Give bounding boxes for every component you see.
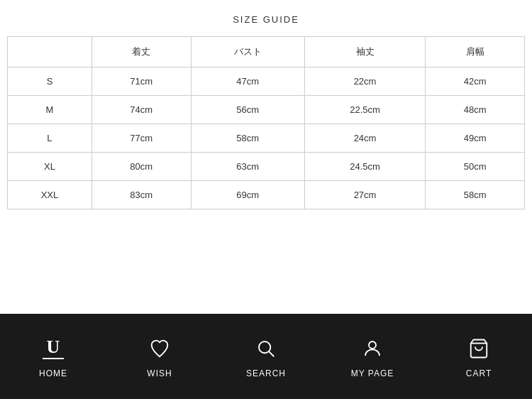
cell-col2: 69cm bbox=[191, 181, 304, 209]
svg-point-2 bbox=[369, 341, 376, 349]
cell-size: XXL bbox=[8, 181, 92, 209]
cell-col2: 56cm bbox=[191, 96, 304, 124]
size-table: 着丈 バスト 袖丈 肩幅 S 71cm 47cm 22cm 42cm M 74c… bbox=[7, 36, 525, 209]
cell-size: M bbox=[8, 96, 92, 124]
mypage-icon bbox=[358, 334, 387, 363]
cell-col1: 77cm bbox=[92, 124, 191, 153]
table-row: XL 80cm 63cm 24.5cm 50cm bbox=[8, 153, 525, 181]
cart-icon bbox=[465, 334, 493, 363]
nav-item-cart[interactable]: CART bbox=[426, 334, 532, 378]
header-size bbox=[8, 37, 92, 67]
cell-col1: 80cm bbox=[92, 153, 191, 181]
cell-col4: 50cm bbox=[426, 153, 525, 181]
header-col3: 袖丈 bbox=[304, 37, 426, 67]
search-icon bbox=[252, 334, 280, 363]
table-row: L 77cm 58cm 24cm 49cm bbox=[8, 124, 525, 153]
cell-col3: 27cm bbox=[304, 181, 426, 209]
bottom-nav: U HOME WISH SEARCH bbox=[0, 314, 532, 399]
cell-col4: 48cm bbox=[426, 96, 525, 124]
home-label: HOME bbox=[39, 368, 67, 378]
nav-item-wish[interactable]: WISH bbox=[106, 334, 213, 378]
svg-point-0 bbox=[259, 341, 270, 353]
cell-col1: 74cm bbox=[92, 96, 191, 124]
nav-item-mypage[interactable]: MY PAGE bbox=[319, 334, 426, 378]
cell-col3: 22.5cm bbox=[304, 96, 426, 124]
home-icon: U bbox=[39, 334, 67, 363]
nav-item-search[interactable]: SEARCH bbox=[213, 334, 319, 378]
cell-col4: 42cm bbox=[426, 67, 525, 96]
header-col4: 肩幅 bbox=[426, 37, 525, 67]
table-row: XXL 83cm 69cm 27cm 58cm bbox=[8, 181, 525, 209]
cell-size: L bbox=[8, 124, 92, 153]
cart-label: CART bbox=[466, 368, 492, 378]
cell-col2: 58cm bbox=[191, 124, 304, 153]
wish-icon bbox=[145, 334, 174, 363]
mypage-label: MY PAGE bbox=[351, 368, 394, 378]
wish-label: WISH bbox=[147, 368, 172, 378]
cell-size: S bbox=[8, 67, 92, 96]
header-col1: 着丈 bbox=[92, 37, 191, 67]
header-col2: バスト bbox=[191, 37, 304, 67]
cell-size: XL bbox=[8, 153, 92, 181]
size-guide-section: SIZE GUIDE 着丈 バスト 袖丈 肩幅 S 71cm 47cm 22cm… bbox=[0, 0, 532, 314]
search-label: SEARCH bbox=[246, 368, 286, 378]
size-guide-title: SIZE GUIDE bbox=[7, 14, 525, 25]
cell-col1: 83cm bbox=[92, 181, 191, 209]
cell-col1: 71cm bbox=[92, 67, 191, 96]
page-container: SIZE GUIDE 着丈 バスト 袖丈 肩幅 S 71cm 47cm 22cm… bbox=[0, 0, 532, 399]
svg-line-1 bbox=[269, 351, 274, 356]
cell-col4: 58cm bbox=[426, 181, 525, 209]
cell-col3: 22cm bbox=[304, 67, 426, 96]
cell-col2: 47cm bbox=[191, 67, 304, 96]
cell-col4: 49cm bbox=[426, 124, 525, 153]
cell-col3: 24cm bbox=[304, 124, 426, 153]
table-row: M 74cm 56cm 22.5cm 48cm bbox=[8, 96, 525, 124]
cell-col2: 63cm bbox=[191, 153, 304, 181]
cell-col3: 24.5cm bbox=[304, 153, 426, 181]
table-header-row: 着丈 バスト 袖丈 肩幅 bbox=[8, 37, 525, 67]
table-row: S 71cm 47cm 22cm 42cm bbox=[8, 67, 525, 96]
nav-item-home[interactable]: U HOME bbox=[0, 334, 106, 378]
